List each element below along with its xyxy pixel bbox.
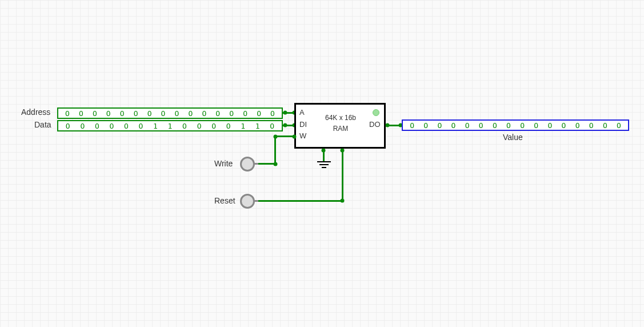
- bit: 1: [163, 122, 178, 130]
- bit: 1: [235, 122, 250, 130]
- address-register[interactable]: OOOOOOOOOOOOOOOO: [57, 107, 283, 119]
- node-a: [283, 111, 287, 115]
- bit: O: [474, 121, 488, 130]
- write-button[interactable]: [240, 157, 255, 172]
- bit: 1: [148, 122, 163, 130]
- bit: O: [129, 109, 143, 118]
- bit: O: [557, 121, 570, 130]
- ram-pin-a: A: [299, 108, 305, 117]
- bit: O: [225, 109, 238, 118]
- bit: O: [134, 122, 149, 130]
- data-register[interactable]: OOOOOO11OOOO11O: [57, 120, 283, 131]
- bit: O: [177, 122, 192, 130]
- gnd-bar2: [319, 164, 329, 165]
- bit: O: [88, 109, 102, 118]
- address-label: Address: [21, 107, 50, 117]
- node-reset-top: [341, 149, 345, 153]
- bit: O: [252, 109, 266, 118]
- bit: O: [488, 121, 502, 130]
- bit: O: [90, 122, 105, 130]
- bit: O: [119, 122, 134, 130]
- bit: 1: [250, 122, 265, 130]
- bit: O: [75, 122, 90, 130]
- bit: O: [192, 122, 207, 130]
- wire-w-v: [274, 135, 276, 164]
- wire-reset-h: [257, 200, 343, 202]
- bit: O: [585, 121, 598, 130]
- reset-button[interactable]: [240, 194, 255, 209]
- value-label: Value: [503, 133, 523, 142]
- gnd-bar3: [322, 167, 326, 168]
- bit: O: [61, 122, 75, 130]
- bit: O: [571, 121, 585, 130]
- value-register: OOOOOOOOOOOOOOOO: [402, 119, 629, 131]
- bit: O: [115, 109, 129, 118]
- bit: O: [170, 109, 184, 118]
- bit: O: [515, 121, 529, 130]
- bit: O: [502, 121, 515, 130]
- node-do: [386, 123, 390, 127]
- bit: O: [143, 109, 157, 118]
- bit: O: [183, 109, 197, 118]
- bit: O: [157, 109, 170, 118]
- bit: O: [612, 121, 626, 130]
- node-w-junction2: [274, 135, 278, 139]
- bit: O: [211, 109, 225, 118]
- ram-title-2: RAM: [318, 125, 363, 133]
- bit: O: [433, 121, 446, 130]
- ram-title-1: 64K x 16b: [318, 114, 363, 122]
- bit: O: [598, 121, 612, 130]
- node-gnd-top: [322, 149, 326, 153]
- node-w-junction: [274, 162, 278, 166]
- write-label: Write: [214, 159, 233, 168]
- reset-label: Reset: [214, 196, 235, 205]
- bit: O: [105, 122, 119, 130]
- bit: O: [405, 121, 419, 130]
- ram-status-led: [373, 109, 379, 116]
- data-label: Data: [34, 120, 51, 129]
- bit: O: [446, 121, 460, 130]
- circuit-canvas: Address Data OOOOOOOOOOOOOOOO OOOOOO11OO…: [0, 0, 644, 327]
- bit: O: [265, 122, 279, 130]
- ram-pin-w: W: [299, 131, 306, 140]
- bit: O: [221, 122, 236, 130]
- bit: O: [461, 121, 474, 130]
- bit: O: [238, 109, 252, 118]
- wire-reset-v: [342, 149, 343, 201]
- bit: O: [197, 109, 211, 118]
- ram-pin-do: DO: [369, 120, 381, 129]
- bit: O: [543, 121, 557, 130]
- bit: O: [206, 122, 221, 130]
- bit: O: [61, 109, 74, 118]
- node-di: [283, 123, 287, 127]
- gnd-bar1: [317, 161, 331, 162]
- bit: O: [529, 121, 543, 130]
- node-reset-corner: [341, 199, 345, 203]
- bit: O: [102, 109, 115, 118]
- bit: O: [419, 121, 433, 130]
- ram-pin-di: DI: [299, 120, 307, 129]
- bit: O: [74, 109, 88, 118]
- bit: O: [266, 109, 279, 118]
